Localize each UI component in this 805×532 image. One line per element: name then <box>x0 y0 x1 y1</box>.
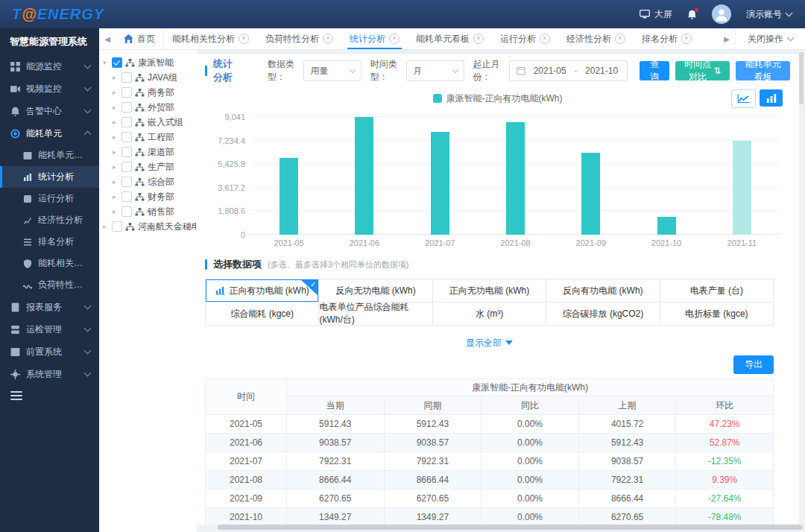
data-item-反向有功电能 (kWh)[interactable]: 反向有功电能 (kWh) <box>546 279 660 303</box>
line-chart-toggle[interactable] <box>731 89 756 108</box>
tab-能耗相关性分析[interactable]: 能耗相关性分析× <box>164 28 257 49</box>
month-range-picker[interactable]: 2021-05 - 2021-10 <box>509 60 628 81</box>
caret-right-icon[interactable]: ▸ <box>113 118 119 126</box>
data-item-反向无功电能 (kWh)[interactable]: 反向无功电能 (kWh) <box>319 279 432 303</box>
time-compare-button[interactable]: 时间点对比 ⇅ <box>675 61 730 80</box>
bar-2021-07[interactable] <box>431 132 449 235</box>
data-item-水 (m³)[interactable]: 水 (m³) <box>433 303 546 326</box>
tab-运行分析[interactable]: 运行分析× <box>492 28 558 49</box>
user-avatar[interactable] <box>712 4 731 24</box>
caret-right-icon[interactable]: ▸ <box>113 163 119 171</box>
show-all-toggle[interactable]: 显示全部 <box>205 332 774 354</box>
bar-chart-toggle[interactable] <box>760 89 783 107</box>
caret-right-icon[interactable]: ▸ <box>113 74 119 81</box>
tree-checkbox[interactable] <box>121 206 132 217</box>
sidebar-item-economy-analysis[interactable]: 经济性分析 <box>0 209 99 231</box>
data-item-电表产量 (台)[interactable]: 电表产量 (台) <box>660 279 774 303</box>
sidebar-item-unit-board[interactable]: 能耗单元看板 <box>0 145 99 166</box>
data-item-综合碳排放 (kgCO2)[interactable]: 综合碳排放 (kgCO2) <box>546 303 660 326</box>
tab-能耗单元看板[interactable]: 能耗单元看板× <box>408 28 492 49</box>
tree-checkbox[interactable] <box>121 72 132 83</box>
sidebar-item-energy-monitor[interactable]: 能源监控 <box>0 55 99 77</box>
sidebar-item-alarm-center[interactable]: 告警中心 <box>0 100 99 122</box>
account-menu[interactable]: 演示账号 <box>746 8 792 21</box>
notification-bell[interactable] <box>687 10 697 19</box>
data-item-综合能耗 (kgce)[interactable]: 综合能耗 (kgce) <box>206 303 319 326</box>
caret-right-icon[interactable]: ▸ <box>113 208 119 215</box>
close-icon[interactable]: × <box>615 34 625 44</box>
tab-统计分析[interactable]: 统计分析× <box>341 28 408 49</box>
tree-node[interactable]: ▸工程部 <box>103 130 197 145</box>
close-operations-menu[interactable]: 关闭操作 <box>735 28 805 49</box>
tree-checkbox[interactable] <box>112 57 122 68</box>
tree-node[interactable]: ▸嵌入式组 <box>103 115 197 130</box>
tree-node[interactable]: ▸生产部 <box>103 159 197 174</box>
tab-排名分析[interactable]: 排名分析× <box>634 28 700 49</box>
caret-right-icon[interactable]: ▸ <box>113 148 119 156</box>
bar-2021-05[interactable] <box>280 158 298 235</box>
bar-2021-06[interactable] <box>355 117 373 235</box>
tree-checkbox[interactable] <box>121 102 132 113</box>
sidebar-item-report-service[interactable]: 报表服务 <box>0 296 99 318</box>
query-button[interactable]: 查询 <box>640 61 669 80</box>
horizontal-scrollbar[interactable] <box>218 525 803 530</box>
sidebar-item-video-monitor[interactable]: 视频监控 <box>0 77 99 100</box>
sidebar-item-rank-analysis[interactable]: 排名分析 <box>0 231 99 253</box>
caret-right-icon[interactable]: ▸ <box>113 178 119 186</box>
close-icon[interactable]: × <box>389 34 400 44</box>
data-type-select[interactable]: 用量 <box>303 60 361 81</box>
tree-node[interactable]: ▸JAVA组 <box>103 70 197 85</box>
bar-2021-09[interactable] <box>581 153 600 235</box>
tree-node[interactable]: ▸财务部 <box>103 189 197 204</box>
sidebar-item-front-system[interactable]: 前置系统 <box>0 341 99 363</box>
sidebar-item-energy-unit[interactable]: 能耗单元 <box>0 122 99 145</box>
tree-node[interactable]: ▾康派智能 <box>103 55 197 70</box>
close-icon[interactable]: × <box>323 34 333 44</box>
caret-right-icon[interactable]: ▸ <box>113 104 119 111</box>
export-button[interactable]: 导出 <box>733 355 774 374</box>
caret-down-icon[interactable]: ▾ <box>103 59 109 66</box>
tab-经济性分析[interactable]: 经济性分析× <box>558 28 634 49</box>
tree-checkbox[interactable] <box>121 147 132 157</box>
close-icon[interactable]: × <box>540 34 550 44</box>
caret-right-icon[interactable]: ▸ <box>113 193 119 200</box>
tree-checkbox[interactable] <box>121 162 132 172</box>
tree-node[interactable]: ▸综合部 <box>103 174 197 189</box>
sidebar-item-ops-management[interactable]: 运检管理 <box>0 318 99 341</box>
bar-2021-08[interactable] <box>506 122 525 235</box>
menu-collapse-icon[interactable] <box>10 391 22 400</box>
tree-node[interactable]: ▸销售部 <box>103 204 197 219</box>
data-item-正向无功电能 (kWh)[interactable]: 正向无功电能 (kWh) <box>433 279 546 303</box>
tabs-scroll-right[interactable]: ▶ <box>719 35 735 43</box>
tree-checkbox[interactable] <box>112 221 122 232</box>
sidebar-item-correlation-analysis[interactable]: 能耗相关性分析 <box>0 253 99 274</box>
tabs-scroll-left[interactable]: ◀ <box>99 35 116 43</box>
data-item-正向有功电能 (kWh)[interactable]: 正向有功电能 (kWh)✓ <box>206 279 319 303</box>
tree-checkbox[interactable] <box>121 117 132 127</box>
time-type-select[interactable]: 月 <box>406 60 464 81</box>
tree-checkbox[interactable] <box>121 177 132 187</box>
caret-right-icon[interactable]: ▸ <box>113 133 119 141</box>
tree-node[interactable]: ▸渠道部 <box>103 145 197 159</box>
sidebar-item-run-analysis[interactable]: 运行分析 <box>0 188 99 209</box>
sidebar-item-stats-analysis[interactable]: 统计分析 <box>0 166 99 188</box>
tree-node[interactable]: ▸河南航天金穗电子有 <box>103 219 197 234</box>
tab-负荷特性分析[interactable]: 负荷特性分析× <box>257 28 341 49</box>
big-screen-button[interactable]: 大屏 <box>640 8 672 21</box>
sidebar-item-system-management[interactable]: 系统管理 <box>0 363 99 385</box>
sidebar-item-load-analysis[interactable]: 负荷特性分析 <box>0 274 99 296</box>
tree-checkbox[interactable] <box>121 87 132 98</box>
vertical-scrollbar[interactable] <box>799 52 804 104</box>
close-icon[interactable]: × <box>473 34 484 44</box>
bar-2021-10[interactable] <box>657 217 676 235</box>
close-icon[interactable]: × <box>239 34 249 44</box>
tree-node[interactable]: ▸商务部 <box>103 85 197 100</box>
tree-checkbox[interactable] <box>121 132 132 142</box>
unit-board-button[interactable]: 能耗单元看板 <box>736 61 790 80</box>
caret-right-icon[interactable]: ▸ <box>113 89 119 96</box>
close-icon[interactable]: × <box>681 34 692 44</box>
tab-home[interactable]: 首页 <box>116 28 164 49</box>
data-item-电表单位产品综合能耗 (kWh/台)[interactable]: 电表单位产品综合能耗 (kWh/台) <box>319 303 432 326</box>
data-item-电折标量 (kgce)[interactable]: 电折标量 (kgce) <box>660 303 774 326</box>
caret-right-icon[interactable]: ▸ <box>103 223 109 230</box>
